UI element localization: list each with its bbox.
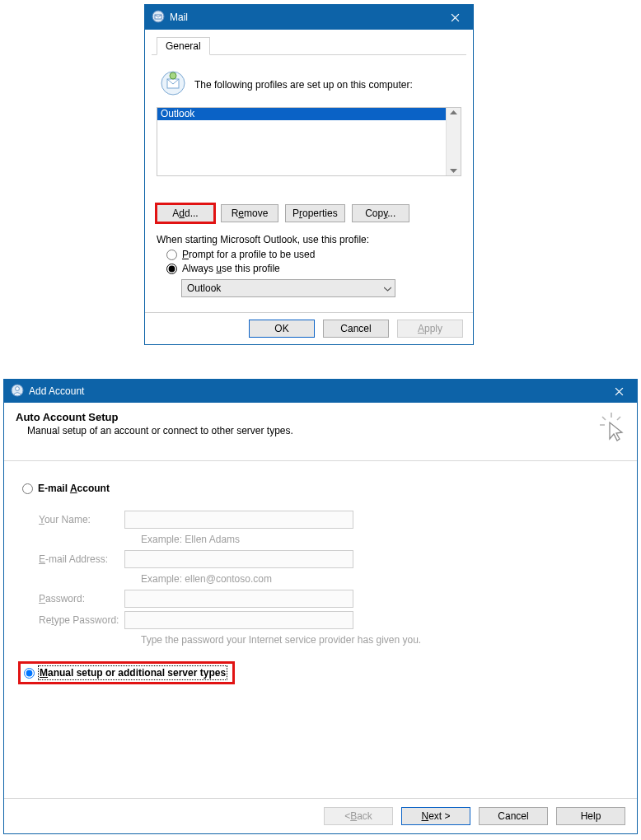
label-email: E-mail Address: bbox=[22, 553, 124, 565]
hint-email: Example: ellen@contoso.com bbox=[141, 572, 619, 586]
copy-button[interactable]: Copy... bbox=[352, 204, 409, 222]
next-button[interactable]: Next > bbox=[401, 807, 470, 825]
tabs-row: General bbox=[152, 33, 466, 55]
svg-point-4 bbox=[170, 72, 176, 79]
radio-always[interactable] bbox=[166, 264, 177, 274]
your-name-field bbox=[124, 511, 353, 529]
mail-titlebar: Mail bbox=[145, 5, 473, 30]
hint-password: Type the password your Internet service … bbox=[141, 632, 619, 647]
scrollbar[interactable] bbox=[446, 108, 461, 175]
chevron-down-icon bbox=[450, 168, 457, 173]
label-password: Password: bbox=[22, 593, 124, 604]
radio-manual[interactable] bbox=[24, 668, 35, 679]
cancel-button[interactable]: Cancel bbox=[479, 807, 548, 825]
radio-email[interactable] bbox=[22, 483, 33, 494]
close-icon[interactable] bbox=[438, 7, 471, 27]
ok-button[interactable]: OK bbox=[249, 320, 315, 338]
add-button[interactable]: Add... bbox=[157, 204, 214, 222]
mail-icon bbox=[152, 10, 165, 26]
add-titlebar: Add Account bbox=[4, 380, 637, 403]
wizard-title: Auto Account Setup bbox=[16, 411, 293, 423]
radio-manual-setup[interactable]: Manual setup or additional server types bbox=[22, 665, 231, 680]
email-field bbox=[124, 550, 353, 568]
apply-button: Apply bbox=[397, 320, 463, 338]
password-field bbox=[124, 590, 353, 608]
tab-general[interactable]: General bbox=[157, 37, 210, 55]
hint-name: Example: Ellen Adams bbox=[141, 532, 619, 547]
svg-point-6 bbox=[16, 386, 20, 390]
cancel-button[interactable]: Cancel bbox=[323, 320, 389, 338]
startup-label: When starting Microsoft Outlook, use thi… bbox=[157, 234, 461, 245]
retype-password-field bbox=[124, 611, 353, 629]
remove-button[interactable]: Remove bbox=[221, 204, 278, 222]
add-title: Add Account bbox=[29, 385, 602, 397]
back-button: < Back bbox=[324, 807, 393, 825]
radio-prompt[interactable] bbox=[166, 250, 177, 260]
profiles-listbox[interactable]: Outlook bbox=[157, 107, 461, 176]
mail-dialog: Mail General The following profiles are … bbox=[144, 4, 474, 345]
radio-prompt-row[interactable]: Prompt for a profile to be used bbox=[166, 249, 461, 260]
profile-item[interactable]: Outlook bbox=[157, 108, 446, 120]
radio-always-row[interactable]: Always use this profile bbox=[166, 263, 461, 274]
cursor-click-icon bbox=[597, 411, 625, 446]
properties-button[interactable]: Properties bbox=[285, 204, 345, 222]
add-account-dialog: Add Account Auto Account Setup Manual se… bbox=[3, 379, 638, 834]
account-icon bbox=[11, 384, 24, 399]
help-button[interactable]: Help bbox=[556, 807, 625, 825]
info-row: The following profiles are set up on thi… bbox=[160, 70, 458, 99]
chevron-up-icon bbox=[450, 110, 457, 115]
profile-combobox[interactable]: Outlook bbox=[181, 279, 395, 297]
chevron-down-icon bbox=[380, 282, 395, 294]
close-icon[interactable] bbox=[602, 382, 635, 400]
profiles-info-text: The following profiles are set up on thi… bbox=[194, 79, 413, 91]
radio-email-account[interactable]: E-mail Account bbox=[22, 483, 619, 494]
wizard-subtitle: Manual setup of an account or connect to… bbox=[27, 425, 293, 436]
profile-combo-value: Outlook bbox=[187, 282, 221, 294]
label-your-name: Your Name: bbox=[22, 514, 124, 525]
label-retype-password: Retype Password: bbox=[22, 614, 124, 626]
mail-title: Mail bbox=[170, 12, 438, 23]
profiles-icon bbox=[160, 70, 186, 99]
